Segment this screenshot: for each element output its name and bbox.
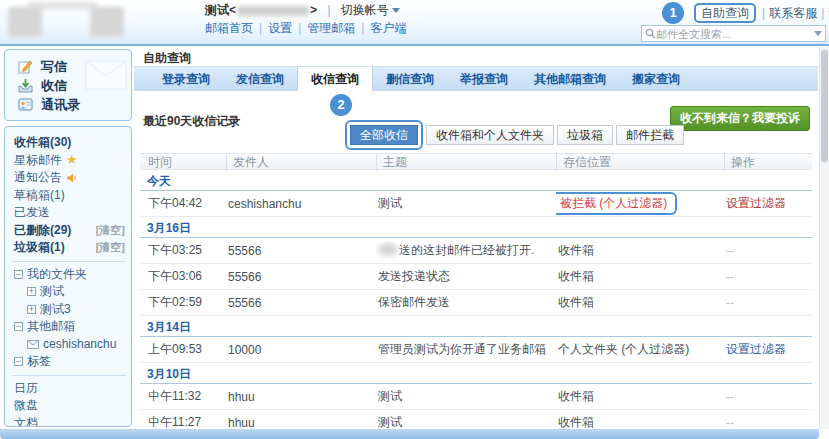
nav-client-link[interactable]: 客户端: [355, 21, 406, 35]
empty-junk-button[interactable]: [清空]: [96, 240, 126, 255]
search-dropdown-caret-icon[interactable]: [814, 31, 822, 36]
account-name: 测试<: [205, 3, 236, 17]
sidebar-item-my-folders[interactable]: −我的文件夹: [14, 266, 126, 284]
tab-report-query[interactable]: 举报查询: [447, 67, 521, 91]
chevron-down-icon: [392, 8, 400, 13]
tab-login-query[interactable]: 登录查询: [149, 67, 223, 91]
header-top-links: 自助查询|联系客服|帮助中心|退出: [694, 3, 829, 23]
nav-mail-home-link[interactable]: 邮箱首页: [205, 21, 253, 35]
sidebar-item-other-account[interactable]: ceshishanchu: [14, 336, 126, 354]
annotation-step-2-badge: 2: [330, 94, 352, 116]
tab-sent-query[interactable]: 发信查询: [223, 67, 297, 91]
filter-intercepted[interactable]: 邮件拦截: [616, 125, 684, 145]
tab-deleted-query[interactable]: 删信查询: [373, 67, 447, 91]
no-action-dash: --: [726, 416, 734, 430]
sidebar-item-announcements[interactable]: 通知公告: [14, 169, 126, 187]
expand-icon[interactable]: +: [27, 305, 36, 314]
disk-label: 微盘: [14, 397, 38, 414]
sidebar-contacts-button[interactable]: 通讯录: [18, 95, 131, 114]
tab-migration-query[interactable]: 搬家查询: [619, 67, 693, 91]
subject-text: 送的这封邮件已经被打开.: [399, 243, 534, 257]
account-line: 测试<> | 切换帐号: [205, 3, 406, 17]
no-action-dash: --: [726, 390, 734, 404]
webmail-page: 测试<> | 切换帐号 邮箱首页设置管理邮箱客户端 1 自助查询|联系客服|帮助…: [0, 0, 829, 439]
sidebar-item-tags[interactable]: −标签: [14, 353, 126, 371]
nav-settings-link[interactable]: 设置: [253, 21, 292, 35]
sidebar-folders-box: 收件箱(30) 星标邮件★ 通知公告 草稿箱(1) 已发送 已删除(29)[清空…: [4, 126, 132, 427]
sidebar-item-starred[interactable]: 星标邮件★: [14, 152, 126, 170]
self-query-link[interactable]: 自助查询: [701, 6, 749, 20]
no-action-dash: --: [726, 270, 734, 284]
header-nav-links: 邮箱首页设置管理邮箱客户端: [205, 21, 406, 35]
other-account-label: ceshishanchu: [43, 337, 116, 351]
set-filter-link[interactable]: 设置过滤器: [726, 342, 786, 356]
tab-other-mailbox-query[interactable]: 其他邮箱查询: [521, 67, 619, 91]
sidebar-item-folder-test[interactable]: +测试: [14, 283, 126, 301]
sidebar-item-drafts[interactable]: 草稿箱(1): [14, 187, 126, 205]
col-time: 时间: [146, 154, 226, 171]
col-location: 存信位置: [556, 154, 724, 171]
sidebar-item-calendar[interactable]: 日历: [14, 380, 126, 398]
contact-support-link[interactable]: 联系客服: [769, 6, 817, 20]
collapse-icon[interactable]: −: [14, 322, 23, 331]
search-input[interactable]: [656, 28, 811, 40]
starred-label: 星标邮件: [14, 152, 62, 169]
scrollbar-thumb[interactable]: [821, 50, 828, 162]
envelope-icon: [27, 340, 39, 349]
search-icon: [645, 28, 656, 39]
filter-inbox-and-personal[interactable]: 收件箱和个人文件夹: [426, 125, 554, 145]
collapse-icon[interactable]: −: [14, 270, 23, 279]
annotation-step-1-badge: 1: [662, 2, 684, 24]
no-action-dash: --: [726, 244, 734, 258]
expand-icon[interactable]: +: [27, 287, 36, 296]
speaker-icon: [66, 173, 77, 183]
calendar-label: 日历: [14, 380, 38, 397]
cell-action: --: [724, 270, 812, 284]
tab-received-query[interactable]: 收信查询: [297, 67, 373, 91]
redacted-logo: [8, 7, 42, 37]
inbox-label: 收件箱(30): [14, 134, 71, 151]
cell-time: 下午04:42: [146, 195, 226, 212]
sidebar-receive-button[interactable]: 收信: [18, 76, 131, 95]
mail-search-box[interactable]: [641, 25, 826, 42]
filter-junk[interactable]: 垃圾箱: [557, 125, 613, 145]
date-group-header: 3月16日: [140, 217, 812, 238]
cell-time: 下午03:25: [146, 242, 226, 259]
sidebar-item-other-mailboxes[interactable]: −其他邮箱: [14, 318, 126, 336]
collapse-icon[interactable]: −: [14, 357, 23, 366]
sidebar: 写信 收信 通讯录 收件箱(30): [4, 49, 132, 427]
no-action-dash: --: [726, 296, 734, 310]
empty-deleted-button[interactable]: [清空]: [96, 223, 126, 238]
nav-manage-mailbox-link[interactable]: 管理邮箱: [292, 21, 355, 35]
sidebar-item-inbox[interactable]: 收件箱(30): [14, 134, 126, 152]
set-filter-link[interactable]: 设置过滤器: [726, 196, 786, 210]
sidebar-actions-box: 写信 收信 通讯录: [4, 49, 132, 121]
separator: |: [821, 6, 824, 20]
sent-label: 已发送: [14, 204, 50, 221]
switch-account-link[interactable]: 切换帐号: [341, 3, 389, 17]
complaint-button[interactable]: 收不到来信？我要投诉: [670, 106, 810, 131]
junk-label: 垃圾箱(1): [14, 239, 65, 256]
redacted-email: [237, 6, 309, 16]
main-content: 自助查询 登录查询 发信查询 收信查询 删信查询 举报查询 其他邮箱查询 搬家查…: [134, 46, 818, 429]
docs-label: 文档: [14, 415, 38, 427]
sidebar-item-junk[interactable]: 垃圾箱(1)[清空]: [14, 239, 126, 257]
cell-sender: hhuu: [226, 390, 376, 404]
filter-all-received[interactable]: 全部收信: [350, 125, 418, 145]
sidebar-item-folder-test3[interactable]: +测试3: [14, 301, 126, 319]
vertical-scrollbar[interactable]: [819, 47, 829, 429]
intercepted-location-text: 被拦截 (个人过滤器): [560, 196, 667, 210]
star-icon: ★: [66, 154, 78, 166]
separator: |: [762, 6, 765, 20]
sidebar-item-deleted[interactable]: 已删除(29)[清空]: [14, 222, 126, 240]
date-group-header: 3月10日: [140, 363, 812, 384]
sidebar-item-sent[interactable]: 已发送: [14, 204, 126, 222]
col-subject: 主题: [376, 154, 556, 171]
cell-subject: 保密邮件发送: [376, 294, 556, 311]
separator: |: [327, 3, 330, 17]
sidebar-item-docs[interactable]: 文档: [14, 415, 126, 428]
sidebar-item-disk[interactable]: 微盘: [14, 397, 126, 415]
table-row: 下午04:42 ceshishanchu 测试 被拦截 (个人过滤器) 设置过滤…: [140, 191, 812, 217]
sidebar-compose-button[interactable]: 写信: [18, 57, 131, 76]
section-title: 最近90天收信记录: [143, 113, 240, 130]
